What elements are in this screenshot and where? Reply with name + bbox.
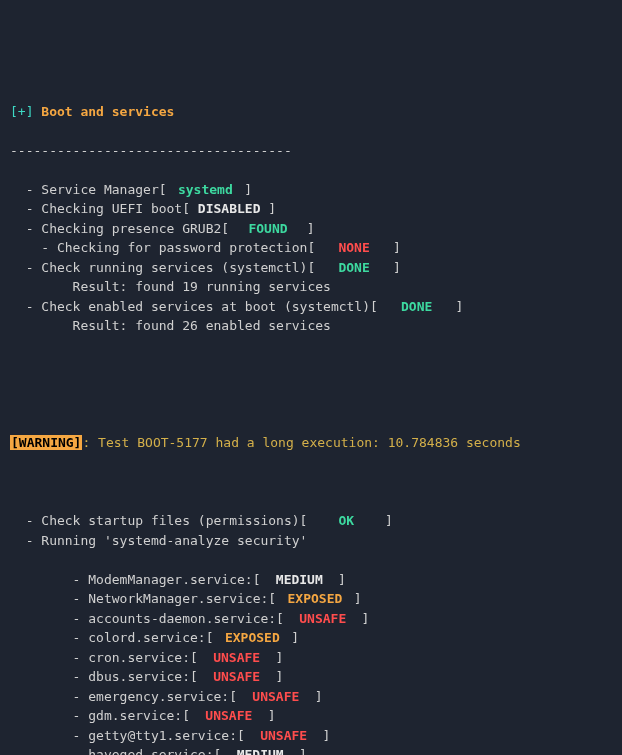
status-value: UNSAFE (206, 667, 268, 687)
service-line: - accounts-daemon.service:[ UNSAFE ] (10, 609, 612, 629)
service-name: - haveged.service: (10, 745, 214, 755)
check-line: - Service Manager[ systemd ] (10, 180, 612, 200)
status-value: UNSAFE (198, 706, 260, 726)
check-line: - Checking UEFI boot[ DISABLED ] (10, 199, 612, 219)
check-line-label: - Checking UEFI boot (10, 199, 182, 219)
divider: ------------------------------------ (10, 141, 612, 161)
status-value: FOUND (237, 219, 299, 239)
status-value: DONE (323, 258, 385, 278)
status-value: DISABLED (198, 199, 261, 219)
status-value: DONE (386, 297, 448, 317)
service-name: - getty@tty1.service: (10, 726, 237, 746)
check-line-label: - Check startup files (permissions) (10, 511, 300, 531)
service-line: - emergency.service:[ UNSAFE ] (10, 687, 612, 707)
check-line: Result: found 26 enabled services (10, 316, 612, 336)
service-name: - emergency.service: (10, 687, 229, 707)
status-value: OK (315, 511, 377, 531)
service-name: - cron.service: (10, 648, 190, 668)
status-value: EXPOSED (284, 589, 346, 609)
status-value: NONE (323, 238, 385, 258)
service-name: - colord.service: (10, 628, 206, 648)
check-line: - Check startup files (permissions)[ OK … (10, 511, 612, 531)
status-value: MEDIUM (229, 745, 291, 755)
check-line-label: - Running 'systemd-analyze security' (10, 531, 307, 551)
service-name: - gdm.service: (10, 706, 182, 726)
check-line-label: Result: found 26 enabled services (10, 316, 331, 336)
check-line: - Check enabled services at boot (system… (10, 297, 612, 317)
check-line: - Running 'systemd-analyze security' (10, 531, 612, 551)
status-value: UNSAFE (206, 648, 268, 668)
blank-line (10, 472, 612, 492)
check-line-label: - Checking for password protection (10, 238, 307, 258)
check-line-label: - Check enabled services at boot (system… (10, 297, 370, 317)
service-name: - ModemManager.service: (10, 570, 253, 590)
status-value: UNSAFE (292, 609, 354, 629)
service-line: - ModemManager.service:[ MEDIUM ] (10, 570, 612, 590)
blank-line (10, 394, 612, 414)
check-line-label: - Checking presence GRUB2 (10, 219, 221, 239)
section-title: Boot and services (41, 104, 174, 119)
service-line: - gdm.service:[ UNSAFE ] (10, 706, 612, 726)
status-value: UNSAFE (253, 726, 315, 746)
warning-text: : Test BOOT-5177 had a long execution: 1… (82, 435, 520, 450)
service-line: - getty@tty1.service:[ UNSAFE ] (10, 726, 612, 746)
service-line: - cron.service:[ UNSAFE ] (10, 648, 612, 668)
terminal-output: [+] Boot and services ------------------… (10, 82, 612, 755)
service-line: - haveged.service:[ MEDIUM ] (10, 745, 612, 755)
warning-tag: [WARNING] (10, 435, 82, 450)
check-line-label: - Service Manager (10, 180, 159, 200)
status-value: EXPOSED (221, 628, 283, 648)
service-line: - NetworkManager.service:[ EXPOSED ] (10, 589, 612, 609)
service-line: - colord.service:[ EXPOSED ] (10, 628, 612, 648)
check-line: Result: found 19 running services (10, 277, 612, 297)
check-line: - Check running services (systemctl)[ DO… (10, 258, 612, 278)
service-name: - dbus.service: (10, 667, 190, 687)
check-line: - Checking presence GRUB2[ FOUND ] (10, 219, 612, 239)
section-header: [+] Boot and services (10, 102, 612, 122)
blank-line (10, 355, 612, 375)
service-name: - NetworkManager.service: (10, 589, 268, 609)
check-line: - Checking for password protection[ NONE… (10, 238, 612, 258)
check-line-label: Result: found 19 running services (10, 277, 331, 297)
status-value: UNSAFE (245, 687, 307, 707)
status-value: systemd (174, 180, 236, 200)
warning-line: [WARNING]: Test BOOT-5177 had a long exe… (10, 433, 612, 453)
check-line-label: - Check running services (systemctl) (10, 258, 307, 278)
service-line: - dbus.service:[ UNSAFE ] (10, 667, 612, 687)
status-value: MEDIUM (268, 570, 330, 590)
section-prefix: [+] (10, 104, 33, 119)
service-name: - accounts-daemon.service: (10, 609, 276, 629)
